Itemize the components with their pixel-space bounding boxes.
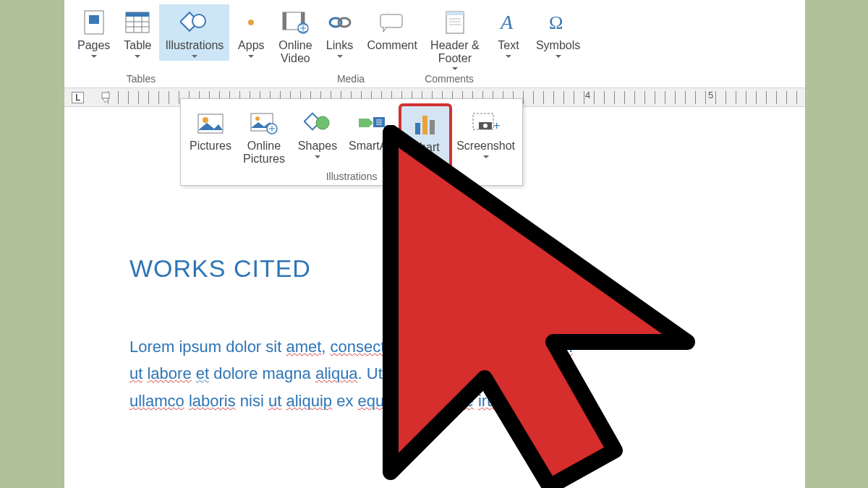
app-window: Pages Table Illustrations [64,0,805,488]
svg-rect-38 [415,123,420,134]
shapes-label: Shapes [298,140,337,153]
pictures-button[interactable]: Pictures [184,105,237,168]
chevron-down-icon [192,55,197,58]
heading-works-cited: WORKS CITED [129,254,765,283]
chart-label: Chart [412,141,440,154]
ruler-number: 5 [708,90,713,100]
ribbon: Pages Table Illustrations [64,0,805,88]
smartart-button[interactable]: SmartArt [344,105,399,168]
links-button[interactable]: Links [318,4,362,61]
svg-point-33 [316,116,329,129]
header-footer-icon [440,7,470,38]
chevron-down-icon [337,55,343,58]
svg-point-16 [339,18,350,27]
svg-rect-1 [89,15,99,24]
pages-label: Pages [77,39,110,52]
tab-stop-indicator[interactable]: L [72,92,84,103]
shapes-icon [302,108,333,138]
header-footer-label: Header & Footer [430,39,480,64]
table-label: Table [124,39,151,52]
chart-icon [410,109,441,140]
symbols-button[interactable]: Ω Symbols [530,4,586,61]
illustrations-icon [179,7,210,38]
ribbon-row: Pages Table Illustrations [64,0,805,73]
comment-icon: ✦ [377,7,407,38]
svg-rect-39 [422,116,427,134]
illustrations-button[interactable]: Illustrations [159,4,229,61]
links-icon [325,7,355,38]
apps-icon [236,7,266,38]
table-icon [122,7,153,38]
comment-label: Comment [367,39,417,52]
svg-rect-3 [126,12,149,17]
ribbon-group-labels: Tables Media Comments [64,73,805,87]
chevron-down-icon [452,67,458,70]
indent-marker-icon[interactable] [99,91,112,104]
body-paragraph: Lorem ipsum dolor sit amet, consecte sed… [129,333,765,414]
svg-rect-17 [380,14,402,27]
svg-text:+: + [493,119,500,132]
screenshot-label: Screenshot [456,140,515,153]
online-video-button[interactable]: Online Video [273,4,318,67]
online-video-label: Online Video [278,39,312,64]
chevron-down-icon [506,55,511,58]
apps-button[interactable]: Apps [229,4,273,61]
chart-button[interactable]: Chart [399,103,452,169]
smartart-label: SmartArt [349,140,394,153]
online-pictures-icon [249,108,279,138]
svg-text:Ω: Ω [549,12,563,33]
chevron-down-icon [556,55,561,58]
svg-rect-20 [446,12,464,15]
svg-text:A: A [499,12,514,33]
shapes-button[interactable]: Shapes [291,105,344,168]
pictures-icon [195,108,226,138]
table-button[interactable]: Table [116,4,159,61]
chevron-down-icon [135,55,140,58]
comments-group-label: Comments [417,73,482,85]
svg-rect-40 [430,120,435,134]
chevron-down-icon [315,155,320,158]
ruler-number: 4 [585,90,590,100]
svg-rect-26 [102,93,109,98]
online-pictures-label: Online Pictures [243,140,285,165]
screenshot-button[interactable]: + Screenshot [452,105,519,168]
tables-group-label: Tables [119,73,163,85]
pictures-label: Pictures [190,140,231,153]
illustrations-group-label: Illustrations [184,168,519,184]
apps-label: Apps [238,39,264,52]
screenshot-icon: + [471,108,501,138]
svg-rect-12 [283,12,286,30]
text-button[interactable]: A Text [487,4,530,61]
pages-button[interactable]: Pages [72,4,116,61]
text-icon: A [493,7,524,38]
chevron-down-icon [91,55,97,58]
svg-point-10 [248,20,254,25]
illustrations-dropdown: Pictures Online Pictures Shapes SmartA [180,98,523,186]
pages-icon [79,7,109,38]
svg-point-30 [255,116,260,121]
comment-button[interactable]: ✦ Comment [362,4,423,55]
links-label: Links [326,39,353,52]
svg-point-28 [203,117,208,123]
chevron-down-icon [483,155,489,158]
svg-point-9 [192,14,205,27]
online-video-icon [280,7,310,38]
text-label: Text [498,39,519,52]
svg-rect-27 [198,114,223,133]
header-footer-button[interactable]: Header & Footer [423,4,487,73]
symbols-label: Symbols [536,39,580,52]
media-group-label: Media [328,73,373,85]
svg-point-43 [483,124,488,128]
chevron-down-icon [248,55,254,58]
smartart-icon [357,108,387,138]
illustrations-label: Illustrations [165,39,224,52]
symbols-icon: Ω [543,7,574,38]
online-pictures-button[interactable]: Online Pictures [237,105,291,168]
svg-text:✦: ✦ [383,12,393,15]
